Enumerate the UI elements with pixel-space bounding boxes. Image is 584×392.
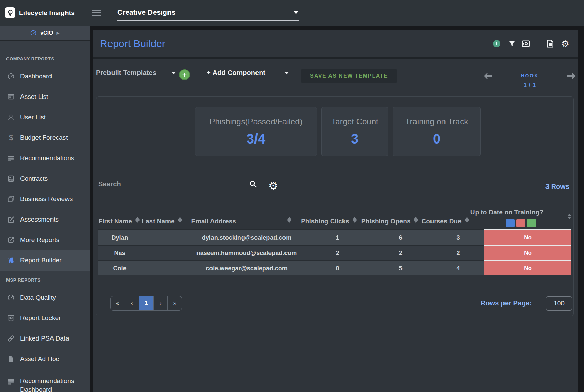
- filter-icon[interactable]: [508, 40, 516, 47]
- hamburger-menu-icon[interactable]: [92, 10, 101, 16]
- sort-icon[interactable]: [465, 217, 469, 223]
- stat-title: Phishings(Passed/Failed): [209, 117, 302, 126]
- lightbulb-logo-icon: [5, 7, 15, 18]
- cell-phishing-clicks: 1: [306, 229, 369, 245]
- sort-icon[interactable]: [135, 217, 140, 223]
- sidebar-item-label: More Reports: [20, 236, 59, 244]
- add-component-label: + Add Component: [207, 69, 265, 77]
- sidebar-item-label: Recommendations: [20, 377, 74, 385]
- prebuilt-templates-dropdown[interactable]: Prebuilt Templates: [96, 69, 176, 81]
- arrow-left-icon[interactable]: [484, 73, 492, 79]
- sort-icon[interactable]: [178, 217, 182, 223]
- search-input[interactable]: Search: [98, 180, 257, 192]
- training-status-badge: No: [484, 260, 571, 275]
- client-selector-value: Creative Designs: [117, 8, 175, 16]
- cell-courses-due: 4: [432, 260, 484, 275]
- legend-blue-swatch: [506, 219, 515, 227]
- add-template-button[interactable]: +: [179, 69, 190, 80]
- cell-email: dylan.stocking@scalepad.com: [187, 229, 306, 245]
- pagination-first-button[interactable]: «: [111, 296, 125, 310]
- column-header-first-name: First Name: [98, 206, 140, 229]
- safe-icon: [7, 314, 15, 322]
- sidebar-item-asset-ad-hoc[interactable]: Asset Ad Hoc: [0, 349, 90, 369]
- row-count-label: 3 Rows: [545, 183, 569, 191]
- sort-icon[interactable]: [287, 217, 291, 223]
- sidebar-item-recommendations-dashboard[interactable]: Recommendations Dashboard: [0, 369, 90, 392]
- sidebar-item-user-list[interactable]: User List: [0, 107, 90, 127]
- sidebar-item-data-quality[interactable]: Data Quality: [0, 287, 90, 308]
- pagination-last-button[interactable]: »: [167, 296, 182, 310]
- cell-first-name: Cole: [98, 260, 141, 275]
- header-icons: i: [493, 39, 569, 48]
- sidebar-item-budget-forecast[interactable]: $ Budget Forecast: [0, 127, 90, 148]
- training-status-legend: [506, 219, 536, 227]
- column-header-last-name: Last Name: [140, 206, 184, 229]
- file-icon: [7, 355, 15, 363]
- sidebar-item-label-line2: Dashboard: [20, 385, 74, 392]
- report-component-panel: Phishings(Passed/Failed) 3/4 Target Coun…: [96, 96, 574, 316]
- brand-name: Lifecycle Insights: [19, 9, 75, 17]
- stat-title: Target Count: [331, 117, 378, 126]
- sidebar-module-vcio[interactable]: vCIO ▶: [0, 26, 90, 41]
- brand-logo: Lifecycle Insights: [5, 7, 75, 18]
- sidebar-item-more-reports[interactable]: More Reports: [0, 230, 90, 250]
- sort-icon[interactable]: [414, 217, 418, 223]
- sort-icon[interactable]: [567, 214, 571, 219]
- stat-value: 3/4: [247, 131, 266, 147]
- sidebar-item-assessments[interactable]: Assessments: [0, 209, 90, 230]
- info-icon[interactable]: i: [493, 40, 500, 47]
- training-status-badge: No: [484, 229, 571, 245]
- legend-green-swatch: [527, 219, 536, 227]
- cell-last-name: [141, 260, 187, 275]
- sidebar-item-report-builder[interactable]: Report Builder: [0, 250, 90, 271]
- module-label: vCIO: [40, 30, 53, 36]
- sidebar-item-recommendations[interactable]: Recommendations: [0, 148, 90, 168]
- client-selector[interactable]: Creative Designs: [117, 8, 299, 21]
- chevron-right-icon: ▶: [57, 31, 60, 35]
- pagination-prev-button[interactable]: ‹: [125, 296, 139, 310]
- sidebar-item-business-reviews[interactable]: Business Reviews: [0, 189, 90, 209]
- rows-per-page-input[interactable]: 100: [546, 296, 572, 311]
- sidebar-item-contracts[interactable]: Contracts: [0, 168, 90, 189]
- search-icon[interactable]: [249, 180, 257, 188]
- chevron-down-icon: [171, 72, 176, 74]
- sidebar-item-dashboard[interactable]: Dashboard: [0, 66, 90, 87]
- table-row[interactable]: Dylan dylan.stocking@scalepad.com 1 6 3 …: [98, 229, 571, 245]
- arrow-right-icon[interactable]: [567, 73, 575, 79]
- book-icon: [7, 257, 15, 264]
- document-icon[interactable]: [546, 39, 555, 48]
- sidebar-item-report-locker[interactable]: Report Locker: [0, 308, 90, 328]
- pagination: « ‹ 1 › »: [110, 296, 182, 311]
- sidebar-item-asset-list[interactable]: Asset List: [0, 87, 90, 107]
- main-area: Report Builder i: [90, 26, 584, 392]
- sort-icon[interactable]: [353, 217, 357, 223]
- sidebar: vCIO ▶ COMPANY REPORTS Dashboard Asset L…: [0, 26, 90, 392]
- table-settings-gear-icon[interactable]: ⚙: [268, 181, 278, 191]
- gear-icon[interactable]: ⚙: [561, 39, 569, 48]
- pagination-next-button[interactable]: ›: [153, 296, 167, 310]
- pagination-page-1-button[interactable]: 1: [139, 296, 153, 310]
- component-pager: HOOK 1 / 1: [484, 69, 575, 88]
- table-row[interactable]: Nas naseem.hammoud@scalepad.com 2 2 2 No: [98, 245, 571, 260]
- save-as-new-template-button[interactable]: SAVE AS NEW TEMPLATE: [301, 69, 397, 83]
- column-header-courses-due: Courses Due: [420, 206, 470, 229]
- list-card-icon: [7, 93, 15, 101]
- sidebar-item-label: Report Locker: [20, 314, 61, 322]
- table-controls-row: Search ⚙ 3 Rows: [98, 180, 569, 192]
- report-locker-icon[interactable]: [521, 39, 530, 48]
- stacked-bars-icon: [7, 378, 15, 385]
- app-window: Lifecycle Insights Creative Designs vCIO…: [0, 0, 584, 392]
- chevron-down-icon: [284, 72, 289, 74]
- cell-courses-due: 2: [432, 245, 484, 260]
- stat-card-phishings: Phishings(Passed/Failed) 3/4: [195, 107, 317, 156]
- cell-phishing-clicks: 0: [306, 260, 369, 275]
- table-row[interactable]: Cole cole.weegar@scalepad.com 0 5 4 No: [98, 260, 571, 275]
- dollar-icon: $: [7, 133, 15, 142]
- rows-per-page-label: Rows per Page:: [481, 299, 532, 307]
- sidebar-item-linked-psa-data[interactable]: Linked PSA Data: [0, 328, 90, 349]
- user-icon: [7, 114, 15, 121]
- gauge-icon: [7, 294, 15, 301]
- add-component-dropdown[interactable]: + Add Component: [207, 69, 289, 81]
- gauge-icon: [7, 73, 15, 80]
- sidebar-item-label: Linked PSA Data: [20, 335, 69, 342]
